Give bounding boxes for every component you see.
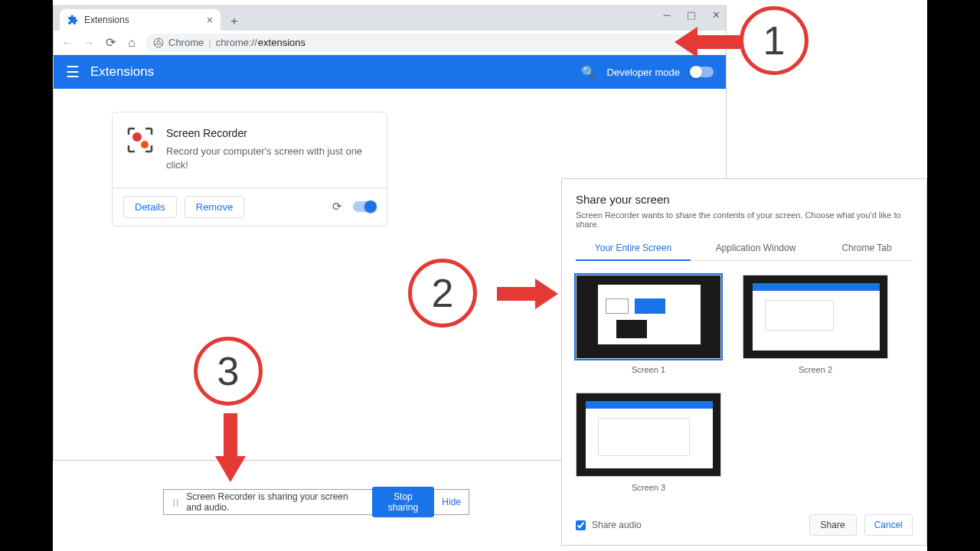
annotation-circle-2: 2 xyxy=(408,259,477,328)
screen-option-1[interactable]: Screen 1 xyxy=(576,275,721,374)
extension-description: Record your computer's screen with just … xyxy=(166,145,373,172)
dialog-title: Share your screen xyxy=(576,193,913,206)
share-audio-checkbox[interactable] xyxy=(576,520,586,530)
dialog-subtitle: Screen Recorder wants to share the conte… xyxy=(576,210,913,229)
screen-option-2[interactable]: Screen 2 xyxy=(743,275,888,374)
url-host: chrome:// xyxy=(216,37,257,48)
hide-bar-button[interactable]: Hide xyxy=(442,497,461,507)
annotation-arrow-2 xyxy=(497,275,558,316)
annotation-circle-3: 3 xyxy=(194,337,263,406)
svg-point-4 xyxy=(141,141,149,148)
developer-mode-label: Developer mode xyxy=(607,67,680,78)
back-button[interactable]: ← xyxy=(60,36,75,50)
developer-mode-toggle[interactable] xyxy=(691,67,714,77)
remove-button[interactable]: Remove xyxy=(185,196,244,218)
menu-icon[interactable]: ☰ xyxy=(66,63,80,81)
extension-card-icon xyxy=(126,126,154,154)
puzzle-icon xyxy=(67,15,78,25)
tab-strip: Extensions × + ─ ▢ ✕ xyxy=(54,6,726,31)
details-button[interactable]: Details xyxy=(123,196,177,218)
annotation-arrow-1 xyxy=(675,23,740,64)
url-path: extensions xyxy=(258,37,305,48)
forward-button[interactable]: → xyxy=(81,36,96,50)
screen-label: Screen 3 xyxy=(576,483,721,492)
screen-option-3[interactable]: Screen 3 xyxy=(576,393,721,492)
tab-chrome-tab[interactable]: Chrome Tab xyxy=(821,236,913,260)
svg-point-3 xyxy=(132,132,142,142)
extension-enable-toggle[interactable] xyxy=(353,201,376,212)
share-audio-label: Share audio xyxy=(592,520,642,530)
browser-toolbar: ← → ⟳ ⌂ Chrome | chrome://extensions ☆ xyxy=(54,31,726,55)
stop-sharing-button[interactable]: Stop sharing xyxy=(372,487,435,517)
minimize-button[interactable]: ─ xyxy=(662,9,672,21)
annotation-circle-1: 1 xyxy=(740,6,808,75)
search-icon[interactable]: 🔍 xyxy=(581,65,596,80)
reload-extension-icon[interactable]: ⟳ xyxy=(332,200,342,214)
tab-title: Extensions xyxy=(84,15,129,25)
page-title: Extensions xyxy=(90,64,154,80)
browser-tab[interactable]: Extensions × xyxy=(60,9,220,31)
maximize-button[interactable]: ▢ xyxy=(686,9,697,21)
pause-icon[interactable]: || xyxy=(172,497,178,507)
sharing-indicator-bar: || Screen Recorder is sharing your scree… xyxy=(163,489,469,515)
reload-button[interactable]: ⟳ xyxy=(103,35,118,50)
extension-card: Screen Recorder Record your computer's s… xyxy=(112,112,387,227)
extension-name: Screen Recorder xyxy=(166,126,373,142)
url-scheme-label: Chrome xyxy=(168,37,204,48)
sharing-status-text: Screen Recorder is sharing your screen a… xyxy=(186,491,364,513)
screen-label: Screen 2 xyxy=(743,365,888,374)
share-source-tabs: Your Entire Screen Application Window Ch… xyxy=(576,236,913,261)
home-button[interactable]: ⌂ xyxy=(124,36,139,50)
annotation-arrow-3 xyxy=(211,413,250,485)
share-screen-dialog: Share your screen Screen Recorder wants … xyxy=(561,178,927,546)
share-button[interactable]: Share xyxy=(809,514,857,536)
chrome-icon xyxy=(153,37,164,48)
cancel-button[interactable]: Cancel xyxy=(864,514,913,536)
close-window-button[interactable]: ✕ xyxy=(710,9,721,21)
tab-close-icon[interactable]: × xyxy=(207,14,213,26)
screen-label: Screen 1 xyxy=(576,365,721,374)
new-tab-button[interactable]: + xyxy=(225,12,243,31)
tab-entire-screen[interactable]: Your Entire Screen xyxy=(576,236,691,261)
extensions-header: ☰ Extensions 🔍 Developer mode xyxy=(54,55,726,89)
svg-point-1 xyxy=(157,41,161,44)
tab-application-window[interactable]: Application Window xyxy=(691,236,821,260)
address-bar[interactable]: Chrome | chrome://extensions ☆ xyxy=(145,34,697,52)
